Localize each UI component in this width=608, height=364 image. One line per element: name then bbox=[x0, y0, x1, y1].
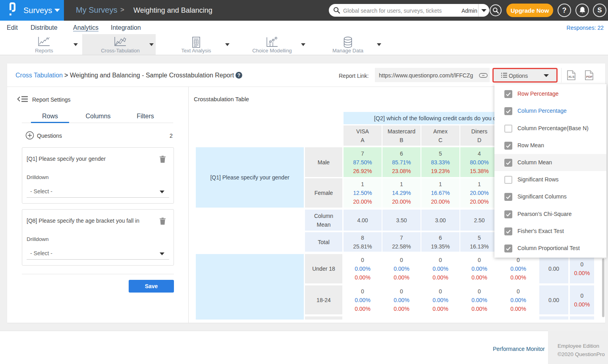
svg-text:XLS: XLS bbox=[568, 75, 575, 79]
svg-text:PDF: PDF bbox=[586, 75, 593, 79]
